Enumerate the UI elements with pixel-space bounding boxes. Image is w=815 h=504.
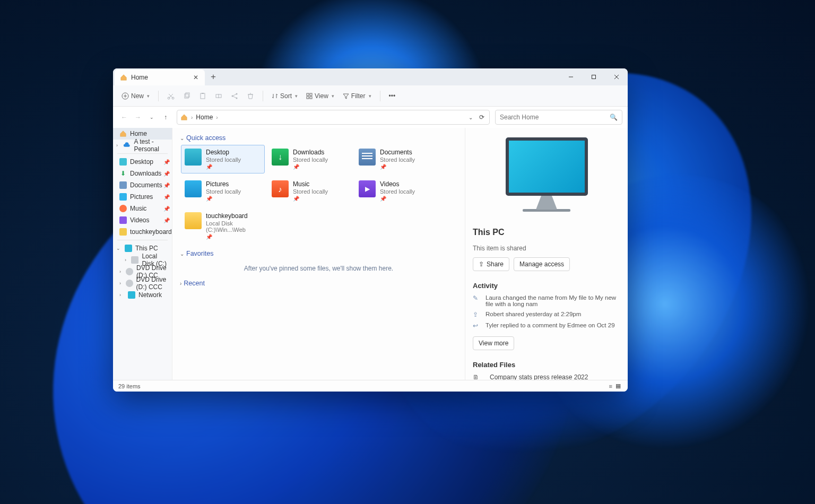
file-explorer-window: Home ✕ + New▾ Sort▾ View▾ Filter▾ ••• ← <box>113 68 628 392</box>
pin-icon: 📌 <box>163 159 170 165</box>
share-button[interactable] <box>228 90 241 102</box>
tile-subtitle: Stored locally <box>293 157 328 163</box>
back-button[interactable]: ← <box>118 111 130 124</box>
address-bar[interactable]: › Home › ⌄ ⟳ <box>177 110 490 125</box>
tab-label: Home <box>131 74 191 81</box>
folder-icon <box>185 180 202 197</box>
tab-home[interactable]: Home ✕ <box>115 69 205 85</box>
title-bar: Home ✕ + <box>113 68 628 85</box>
cloud-icon <box>123 142 131 149</box>
rename-button[interactable] <box>212 90 226 102</box>
pin-icon: 📌 <box>206 196 241 202</box>
status-bar: 29 items ≡ ▦ <box>113 380 628 392</box>
tile-name: Documents <box>380 149 415 156</box>
this-pc-icon <box>473 137 620 212</box>
sidebar-item-dvd-ccc[interactable]: ›DVD Drive (D:) CCC <box>113 277 172 289</box>
sidebar-item-personal[interactable]: › A test - Personal <box>113 140 172 151</box>
sort-button[interactable]: Sort▾ <box>268 90 301 102</box>
sidebar-item-videos[interactable]: Videos📌 <box>113 214 172 226</box>
copy-icon <box>183 92 190 100</box>
related-file-item[interactable]: 🗎Company stats press release 2022 <box>473 373 620 380</box>
more-button[interactable]: ••• <box>386 90 399 102</box>
delete-button[interactable] <box>244 90 257 102</box>
details-view-button[interactable]: ≡ <box>608 383 614 389</box>
share-button[interactable]: ⇪Share <box>473 257 509 271</box>
sidebar-item-documents[interactable]: Documents📌 <box>113 179 172 191</box>
tile-subtitle: Stored locally <box>380 157 415 163</box>
tile-subtitle: Stored locally <box>206 188 241 195</box>
pin-icon: 📌 <box>380 164 415 170</box>
close-window-button[interactable] <box>605 68 628 85</box>
search-input[interactable] <box>500 114 610 121</box>
share-icon <box>231 92 238 100</box>
sidebar-item-desktop[interactable]: Desktop📌 <box>113 156 172 168</box>
forward-button[interactable]: → <box>132 111 144 124</box>
file-icon: 🗎 <box>473 373 482 380</box>
folder-icon <box>185 212 202 229</box>
breadcrumb-location[interactable]: Home <box>196 114 213 121</box>
activity-item: ⇪Robert shared yesterday at 2:29pm <box>473 311 620 318</box>
sidebar-item-pictures[interactable]: Pictures📌 <box>113 191 172 203</box>
sidebar-item-downloads[interactable]: ⬇Downloads📌 <box>113 168 172 179</box>
share-icon: ⇪ <box>479 260 484 268</box>
svg-rect-17 <box>310 97 312 99</box>
content-area: ⌄Quick access Desktop Stored locally 📌 D… <box>172 128 465 380</box>
pin-icon: 📌 <box>163 183 170 188</box>
quick-access-tile[interactable]: Desktop Stored locally 📌 <box>181 145 265 173</box>
minimize-button[interactable] <box>559 68 582 85</box>
tile-name: Downloads <box>293 149 328 156</box>
activity-heading: Activity <box>473 282 620 290</box>
svg-rect-15 <box>310 93 312 95</box>
paste-button[interactable] <box>196 90 210 102</box>
item-count: 29 items <box>118 383 141 389</box>
quick-access-tile[interactable]: Downloads Stored locally 📌 <box>268 145 352 173</box>
pin-icon: 📌 <box>206 234 261 240</box>
section-recent[interactable]: ›Recent <box>180 280 458 287</box>
quick-access-tile[interactable]: Documents Stored locally 📌 <box>355 145 439 173</box>
folder-icon <box>272 149 289 166</box>
manage-access-button[interactable]: Manage access <box>514 257 570 271</box>
filter-icon <box>343 93 349 99</box>
new-tab-button[interactable]: + <box>205 68 222 85</box>
favorites-empty-text: After you've pinned some files, we'll sh… <box>179 265 458 272</box>
tile-name: touchkeyboard <box>206 212 261 220</box>
svg-rect-7 <box>201 93 205 99</box>
quick-access-tile[interactable]: Videos Stored locally 📌 <box>355 177 439 205</box>
search-icon: 🔍 <box>610 114 618 121</box>
pin-icon: 📌 <box>163 218 170 223</box>
svg-rect-1 <box>592 75 595 79</box>
search-box[interactable]: 🔍 <box>495 110 622 125</box>
maximize-button[interactable] <box>582 68 605 85</box>
svg-rect-16 <box>307 97 309 99</box>
sidebar-item-touchkeyboard[interactable]: touchkeyboard <box>113 226 172 238</box>
section-quick-access[interactable]: ⌄Quick access <box>180 134 458 142</box>
recent-locations-button[interactable]: ⌄ <box>146 111 158 124</box>
refresh-button[interactable]: ⟳ <box>478 114 486 121</box>
details-pane: This PC This item is shared ⇪Share Manag… <box>465 128 628 380</box>
close-tab-button[interactable]: ✕ <box>191 74 201 81</box>
view-more-button[interactable]: View more <box>473 336 514 350</box>
recent-dropdown[interactable]: ⌄ <box>467 115 474 120</box>
shared-status: This item is shared <box>473 245 620 252</box>
section-favorites[interactable]: ⌄Favorites <box>180 250 458 257</box>
sidebar-item-music[interactable]: Music📌 <box>113 203 172 214</box>
new-button[interactable]: New▾ <box>118 90 153 102</box>
quick-access-tile[interactable]: Music Stored locally 📌 <box>268 177 352 205</box>
up-button[interactable]: ↑ <box>160 111 171 124</box>
tile-subtitle: Local Disk (C:)\Win...\Web <box>206 220 261 233</box>
filter-button[interactable]: Filter▾ <box>340 90 375 102</box>
thumbnails-view-button[interactable]: ▦ <box>614 383 622 389</box>
svg-point-11 <box>232 95 233 97</box>
sidebar-item-network[interactable]: ›Network <box>113 289 172 301</box>
quick-access-tile[interactable]: Pictures Stored locally 📌 <box>181 177 265 205</box>
pin-icon: 📌 <box>163 194 170 200</box>
pin-icon: 📌 <box>206 164 241 170</box>
quick-access-tile[interactable]: touchkeyboard Local Disk (C:)\Win...\Web… <box>181 208 265 244</box>
svg-point-13 <box>236 97 238 99</box>
view-button[interactable]: View▾ <box>303 90 337 102</box>
pin-icon: 📌 <box>380 196 415 202</box>
copy-button[interactable] <box>180 90 194 102</box>
related-files-heading: Related Files <box>473 361 620 369</box>
cut-button[interactable] <box>164 90 178 102</box>
home-icon <box>180 114 188 121</box>
